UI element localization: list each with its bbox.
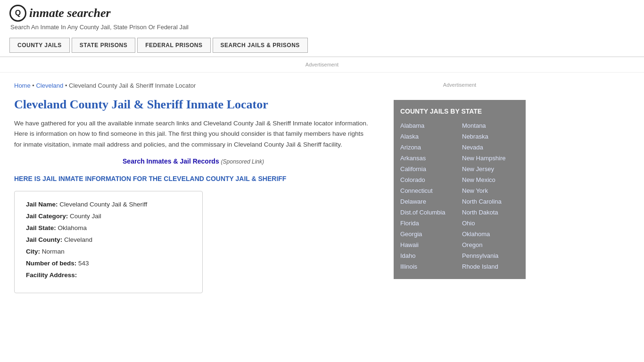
jail-beds-row: Number of beds: 543 (26, 260, 191, 267)
state-link[interactable]: Georgia (400, 229, 457, 239)
state-link[interactable]: Arkansas (400, 153, 457, 163)
top-ad-bar: Advertisement (0, 57, 644, 73)
jail-state-row: Jail State: Oklahoma (26, 224, 191, 231)
jail-city-row: City: Norman (26, 248, 191, 255)
state-link[interactable]: North Carolina (462, 197, 519, 206)
jail-name-label: Jail Name: (26, 201, 58, 208)
state-link[interactable]: Connecticut (400, 186, 457, 196)
state-link[interactable]: Pennsylvania (462, 251, 519, 261)
jail-name-value: Cleveland County Jail & Sheriff (59, 201, 147, 208)
state-link[interactable]: Arizona (400, 142, 457, 152)
jail-category-label: Jail Category: (26, 213, 68, 220)
jail-address-label: Facility Address: (26, 272, 77, 279)
jail-beds-value: 543 (78, 260, 89, 267)
state-link[interactable]: Oklahoma (462, 229, 519, 239)
state-link[interactable]: New Hampshire (462, 153, 519, 163)
state-link[interactable]: Colorado (400, 175, 457, 185)
page-description: We have gathered for you all the availab… (14, 118, 372, 150)
jail-beds-label: Number of beds: (26, 260, 76, 267)
jail-state-value: Oklahoma (58, 224, 87, 231)
jail-county-value: Cleveland (64, 236, 92, 243)
page-layout: Home • Cleveland • Cleveland County Jail… (0, 73, 644, 303)
page-title: Cleveland County Jail & Sheriff Inmate L… (14, 98, 372, 112)
state-link[interactable]: Illinois (400, 262, 457, 272)
logo-icon: Q (9, 5, 26, 22)
sponsored-note: (Sponsored Link) (221, 158, 264, 165)
state-link[interactable]: Dist.of Columbia (400, 207, 457, 217)
logo-area: Q inmate searcher (9, 5, 635, 22)
breadcrumb-home[interactable]: Home (14, 82, 31, 89)
state-link[interactable]: New Mexico (462, 175, 519, 185)
breadcrumb-current: Cleveland County Jail & Sheriff Inmate L… (69, 82, 196, 89)
state-link[interactable]: North Dakota (462, 207, 519, 217)
tagline: Search An Inmate In Any County Jail, Sta… (10, 24, 635, 31)
jail-county-label: Jail County: (26, 236, 62, 243)
state-link[interactable]: Idaho (400, 251, 457, 261)
jail-name-row: Jail Name: Cleveland County Jail & Sheri… (26, 201, 191, 208)
sidebar: Advertisement COUNTY JAILS BY STATE Alab… (387, 73, 533, 303)
state-link[interactable]: Rhode Island (462, 262, 519, 272)
state-link[interactable]: Hawaii (400, 240, 457, 250)
logo-text: inmate searcher (29, 6, 111, 20)
jail-address-row: Facility Address: (26, 272, 191, 279)
state-link[interactable]: Nevada (462, 142, 519, 152)
sub-heading: HERE IS JAIL INMATE INFORMATION FOR THE … (14, 174, 372, 184)
breadcrumb: Home • Cleveland • Cleveland County Jail… (14, 82, 372, 89)
nav-bar: COUNTY JAILS STATE PRISONS FEDERAL PRISO… (0, 38, 644, 53)
states-grid: AlabamaMontanaAlaskaNebraskaArizonaNevad… (400, 121, 519, 272)
state-link[interactable]: Nebraska (462, 132, 519, 141)
county-jails-box: COUNTY JAILS BY STATE AlabamaMontanaAlas… (394, 100, 526, 279)
county-jails-nav[interactable]: COUNTY JAILS (9, 38, 70, 53)
jail-category-row: Jail Category: County Jail (26, 213, 191, 220)
header: Q inmate searcher Search An Inmate In An… (0, 0, 644, 38)
state-link[interactable]: Alaska (400, 132, 457, 141)
sidebar-ad: Advertisement (394, 77, 526, 92)
sponsored-link-area: Search Inmates & Jail Records (Sponsored… (14, 157, 372, 165)
state-link[interactable]: Alabama (400, 121, 457, 131)
jail-category-value: County Jail (70, 213, 101, 220)
state-link[interactable]: Ohio (462, 218, 519, 228)
state-link[interactable]: Oregon (462, 240, 519, 250)
state-link[interactable]: Florida (400, 218, 457, 228)
state-link[interactable]: Montana (462, 121, 519, 131)
main-content: Home • Cleveland • Cleveland County Jail… (0, 73, 387, 303)
jail-city-label: City: (26, 248, 40, 255)
state-prisons-nav[interactable]: STATE PRISONS (72, 38, 135, 53)
sponsored-link[interactable]: Search Inmates & Jail Records (123, 157, 219, 165)
federal-prisons-nav[interactable]: FEDERAL PRISONS (137, 38, 210, 53)
county-jails-title: COUNTY JAILS BY STATE (400, 107, 519, 115)
state-link[interactable]: Delaware (400, 197, 457, 206)
jail-city-value: Norman (42, 248, 65, 255)
state-link[interactable]: New Jersey (462, 164, 519, 174)
breadcrumb-parent[interactable]: Cleveland (36, 82, 63, 89)
jail-info-box: Jail Name: Cleveland County Jail & Sheri… (14, 191, 203, 293)
state-link[interactable]: California (400, 164, 457, 174)
jail-county-row: Jail County: Cleveland (26, 236, 191, 243)
state-link[interactable]: New York (462, 186, 519, 196)
search-jails-nav[interactable]: SEARCH JAILS & PRISONS (213, 38, 308, 53)
jail-state-label: Jail State: (26, 224, 56, 231)
